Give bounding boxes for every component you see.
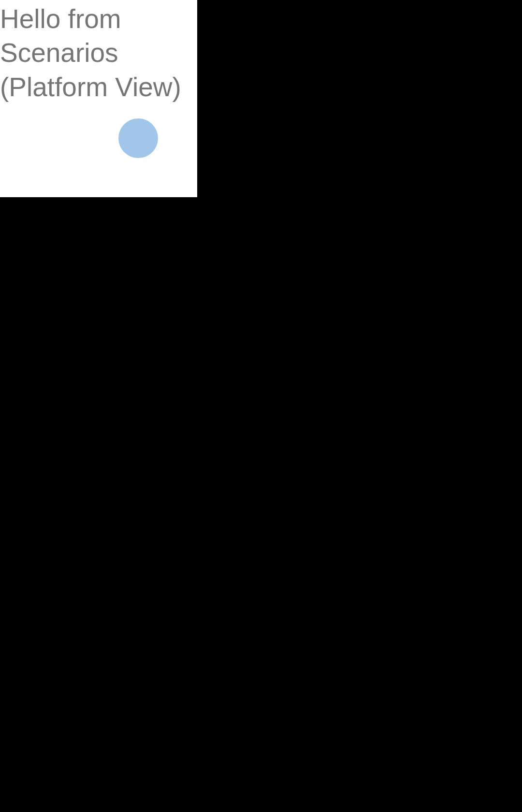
touch-indicator-icon: [118, 118, 158, 158]
platform-view-label: Hello from Scenarios (Platform View): [0, 2, 197, 104]
platform-view-panel[interactable]: Hello from Scenarios (Platform View): [0, 0, 197, 197]
